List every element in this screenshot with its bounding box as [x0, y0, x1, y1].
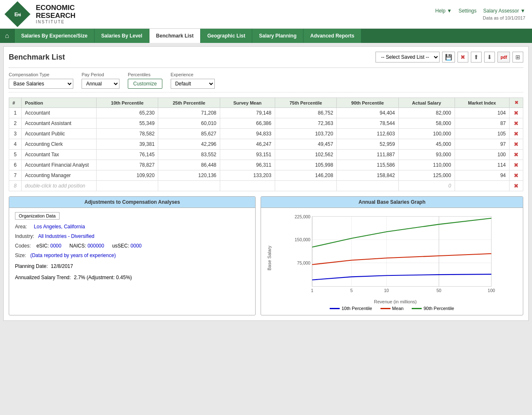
cell-mean [220, 181, 275, 191]
nav-bar: ⌂ Salaries By Experience/Size Salaries B… [0, 29, 532, 43]
experience-select[interactable]: Default 0-2 Years 3-5 Years 6-10 Years [171, 79, 215, 89]
cell-actual[interactable]: 0 [398, 181, 455, 191]
svg-text:50: 50 [437, 288, 442, 293]
download-button[interactable]: ⬇ [484, 52, 495, 62]
cell-actual[interactable]: 110,000 [398, 160, 455, 170]
cell-index: 100 [455, 150, 509, 160]
industry-row: Industry: All Industries - Diversified [15, 232, 249, 240]
cell-position: Accounting Manager [22, 170, 97, 181]
save-button[interactable]: 💾 [442, 52, 455, 62]
cell-p25: 83,552 [158, 150, 220, 160]
comp-type-label: Compensation Type [9, 72, 73, 77]
experience-label: Experience [171, 72, 215, 77]
cell-p75: 86,752 [275, 108, 336, 118]
home-button[interactable]: ⌂ [0, 29, 15, 43]
industry-value: All Industries - Diversified [38, 233, 94, 239]
cell-p25: 71,208 [158, 108, 220, 118]
cell-index: 105 [455, 129, 509, 139]
cell-remove: ✖ [510, 129, 523, 139]
tab-salaries-exp[interactable]: Salaries By Experience/Size [15, 29, 94, 43]
codes-row: Codes: eSIC: 0000 NAICS: 000000 usSEC: 0… [15, 242, 249, 250]
upload-button[interactable]: ⬆ [471, 52, 482, 62]
cell-p75: 146,208 [275, 170, 336, 181]
x-axis-label: Revenue (in millions) [272, 299, 519, 304]
remove-row-button[interactable]: ✖ [513, 151, 520, 158]
left-panel: Adjustments to Compensation Analyses Org… [9, 196, 256, 315]
cell-remove: ✖ [510, 160, 523, 170]
tab-salaries-level[interactable]: Salaries By Level [94, 29, 149, 43]
cell-index: 94 [455, 170, 509, 181]
cell-position: Accountant Tax [22, 150, 97, 160]
cell-p10 [97, 181, 158, 191]
svg-text:75,000: 75,000 [297, 260, 311, 265]
logo-line2: RESEARCH [36, 12, 75, 20]
cell-p90: 112,603 [337, 129, 398, 139]
pay-period-select[interactable]: Annual Monthly Hourly [82, 79, 119, 89]
cell-remove: ✖ [510, 150, 523, 160]
remove-row-button[interactable]: ✖ [513, 172, 520, 179]
tab-geo-list[interactable]: Geographic List [201, 29, 252, 43]
legend-mean-line [380, 308, 390, 309]
left-panel-body: Organization Data Area: Los Angeles, Cal… [9, 208, 255, 286]
esic-value: 0000 [50, 243, 62, 249]
cell-actual[interactable]: 93,000 [398, 150, 455, 160]
pdf-button[interactable]: pdf [497, 52, 510, 62]
cell-mean: 93,151 [220, 150, 275, 160]
salary-trend-value: 2.7% (Adjustment: 0.45%) [74, 275, 132, 280]
cell-actual[interactable]: 100,000 [398, 129, 455, 139]
logo-line3: INSTITUTE [36, 20, 75, 24]
customize-button[interactable]: Customize [128, 79, 162, 89]
percentiles-group: Percentiles Customize [128, 72, 162, 89]
cell-p90: 52,959 [337, 139, 398, 150]
cell-mean: 79,148 [220, 108, 275, 118]
cell-p25 [158, 181, 220, 191]
table-row: 8double-click to add position0✖ [9, 181, 523, 191]
cell-position: Accountant [22, 108, 97, 118]
help-link[interactable]: Help ▼ [435, 8, 452, 14]
cell-mean: 46,247 [220, 139, 275, 150]
legend-mean: Mean [380, 306, 404, 311]
cell-position: Accountant Public [22, 129, 97, 139]
salary-trend-label: Annualized Salary Trend: [15, 275, 71, 280]
comp-type-select[interactable]: Base Salaries Total Cash Total Compensat… [9, 79, 73, 89]
settings-link[interactable]: Settings [458, 8, 476, 14]
bottom-panels: Adjustments to Compensation Analyses Org… [9, 196, 523, 315]
tab-advanced-reports[interactable]: Advanced Reports [303, 29, 361, 43]
logo-line1: ECONOMIC [36, 4, 75, 12]
table-row: 5Accountant Tax76,14583,55293,151102,562… [9, 150, 523, 160]
cell-position[interactable]: double-click to add position [22, 181, 97, 191]
planning-date-row: Planning Date: 12/8/2017 [15, 262, 249, 270]
cell-actual[interactable]: 45,000 [398, 139, 455, 150]
right-panel: Annual Base Salaries Graph Base Salary [261, 196, 523, 315]
right-panel-title: Annual Base Salaries Graph [261, 197, 523, 208]
cell-remove: ✖ [510, 108, 523, 118]
svg-text:150,000: 150,000 [295, 237, 311, 242]
remove-row-button[interactable]: ✖ [513, 162, 520, 168]
remove-row-button[interactable]: ✖ [513, 110, 520, 116]
cell-actual[interactable]: 125,000 [398, 170, 455, 181]
cancel-button[interactable]: ✖ [457, 52, 468, 62]
cell-p90: 158,842 [337, 170, 398, 181]
table-row: 2Accountant Assistant55,34960,01066,3867… [9, 118, 523, 129]
remove-row-button[interactable]: ✖ [513, 182, 520, 189]
org-data-tab[interactable]: Organization Data [15, 212, 60, 220]
svg-text:100: 100 [488, 288, 495, 293]
remove-row-button[interactable]: ✖ [513, 120, 520, 127]
remove-row-button[interactable]: ✖ [513, 130, 520, 137]
table-view-button[interactable]: ⊞ [512, 52, 523, 62]
cell-actual[interactable]: 58,000 [398, 118, 455, 129]
size-label: Size: [15, 252, 26, 258]
svg-text:1: 1 [311, 288, 313, 293]
cell-actual[interactable]: 82,000 [398, 108, 455, 118]
remove-row-button[interactable]: ✖ [513, 141, 520, 148]
tab-salary-planning[interactable]: Salary Planning [252, 29, 303, 43]
tab-benchmark[interactable]: Benchmark List [149, 29, 201, 43]
salary-assessor-link[interactable]: Salary Assessor ▼ [483, 8, 525, 14]
svg-text:10: 10 [384, 288, 389, 293]
size-row: Size: (Data reported by years of experie… [15, 252, 249, 259]
saved-list-select[interactable]: -- Select Saved List -- [375, 52, 440, 62]
industry-label: Industry: [15, 233, 34, 239]
col-header-mean: Survey Mean [220, 98, 275, 108]
page-header: Benchmark List -- Select Saved List -- 💾… [9, 52, 523, 62]
cell-p10: 78,582 [97, 129, 158, 139]
